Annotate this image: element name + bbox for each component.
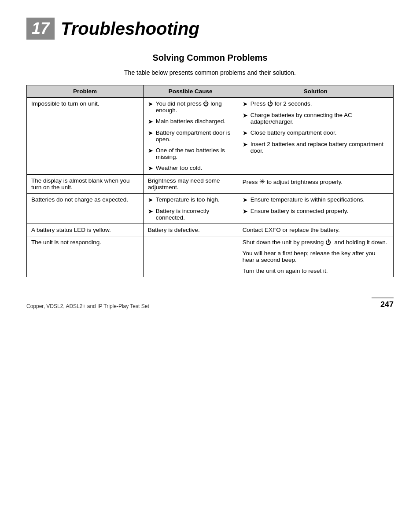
arrow-icon: ➤ [148,118,153,125]
cause-cell: ➤Temperature is too high. ➤Battery is in… [143,194,238,224]
table-row: Batteries do not charge as expected. ➤Te… [27,194,394,224]
power-icon: ⏻ [267,100,273,107]
chapter-number: 17 [26,18,55,40]
problem-cell: The unit is not responding. [27,236,144,277]
arrow-icon: ➤ [148,196,153,203]
power-icon: ⏻ [325,239,331,246]
arrow-icon: ➤ [148,165,153,172]
table-row: The display is almost blank when you tur… [27,175,394,194]
arrow-icon: ➤ [148,129,153,136]
arrow-icon: ➤ [243,196,248,203]
arrow-icon: ➤ [243,112,248,119]
col-header-problem: Problem [27,85,144,98]
footer: Copper, VDSL2, ADSL2+ and IP Triple-Play… [26,295,394,309]
col-header-solution: Solution [238,85,393,98]
table-row: The unit is not responding. Shut down th… [27,236,394,277]
cause-cell: Brightness may need some adjustment. [143,175,238,194]
problem-cell: A battery status LED is yellow. [27,224,144,236]
arrow-icon: ➤ [243,100,248,107]
chapter-title: Troubleshooting [61,19,199,39]
table-row: Impossible to turn on unit. ➤You did not… [27,98,394,175]
solution-cell: Contact EXFO or replace the battery. [238,224,393,236]
cause-cell: ➤You did not press ⏻ long enough. ➤Main … [143,98,238,175]
arrow-icon: ➤ [243,141,248,148]
problems-table: Problem Possible Cause Solution Impossib… [26,85,394,277]
section-title: Solving Common Problems [26,53,394,63]
arrow-icon: ➤ [148,100,153,107]
page-number: 247 [372,297,394,309]
problem-cell: Batteries do not charge as expected. [27,194,144,224]
solution-cell: ➤Press ⏻ for 2 seconds. ➤Charge batterie… [238,98,393,175]
chapter-header: 17 Troubleshooting [26,18,394,40]
arrow-icon: ➤ [148,147,153,154]
solution-cell: Press ✳ to adjust brightness properly. [238,175,393,194]
arrow-icon: ➤ [243,129,248,136]
problem-cell: The display is almost blank when you tur… [27,175,144,194]
arrow-icon: ➤ [148,208,153,215]
cause-cell: Battery is defective. [143,224,238,236]
solution-cell: Shut down the unit by pressing ⏻ and hol… [238,236,393,277]
intro-text: The table below presents common problems… [26,69,394,76]
brightness-icon: ✳ [259,178,265,185]
power-icon: ⏻ [203,100,209,107]
table-row: A battery status LED is yellow. Battery … [27,224,394,236]
solution-cell: ➤Ensure temperature is within specificat… [238,194,393,224]
col-header-cause: Possible Cause [143,85,238,98]
problem-cell: Impossible to turn on unit. [27,98,144,175]
footer-left-text: Copper, VDSL2, ADSL2+ and IP Triple-Play… [26,303,149,309]
cause-cell [143,236,238,277]
arrow-icon: ➤ [243,208,248,215]
